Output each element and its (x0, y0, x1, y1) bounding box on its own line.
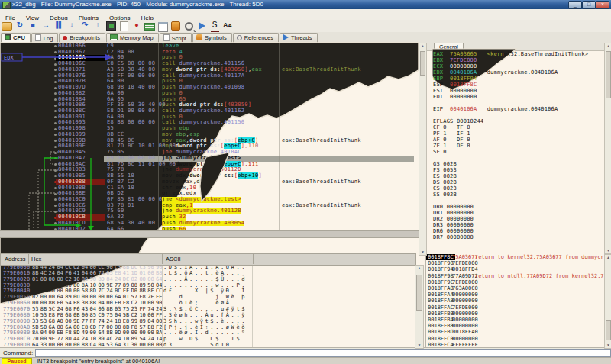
stack-row[interactable]: 0018FFBC0018FFA0 (426, 329, 604, 335)
scrollbar-thumb[interactable] (416, 275, 422, 311)
register-line[interactable]: EDX 0040106A dummycrackme.0040106A (433, 69, 558, 76)
dump-hex-byte: 88 (82, 343, 88, 347)
stack-row[interactable]: 0018FFC000000000 (426, 336, 604, 342)
stack-row[interactable]: 0018FFB000000000 (426, 311, 604, 317)
stack-row[interactable]: 0018FFA800000000 (426, 298, 604, 304)
register-line[interactable]: SF 0 (433, 149, 447, 155)
scroll-up-icon[interactable]: ▲ (605, 43, 611, 49)
register-line[interactable]: ES 002B (433, 173, 457, 179)
register-line[interactable]: DR3 00000000 (433, 222, 474, 228)
tab-label: Breakpoints (70, 34, 100, 41)
register-line[interactable]: EBX 7EFDE000 (433, 57, 477, 63)
stack-row[interactable]: 0018FFA400000000 (426, 292, 604, 298)
register-line[interactable]: CF 0 TF 0 (433, 124, 470, 130)
register-line[interactable]: DR0 00000000 (433, 204, 474, 210)
dump-hex-byte: 31 (123, 343, 129, 347)
register-line[interactable]: DR7 00000000 (433, 234, 474, 240)
stack-row[interactable]: 0018FFC4FFFFFFFF (426, 342, 604, 347)
scrollbar-thumb[interactable] (606, 51, 611, 98)
stack-row[interactable]: 0018FF9C7EFDE000 (426, 279, 604, 285)
scroll-down-icon[interactable]: ▼ (419, 250, 426, 255)
symbols-icon[interactable] (170, 21, 181, 30)
dump-scrollbar[interactable]: ▲ ▼ (415, 265, 424, 349)
register-line[interactable]: EFLAGS 00010244 (433, 118, 483, 124)
tab-label: Log (44, 35, 53, 42)
stack-row[interactable]: 0018FF8C75A03677return to kernel32.75A03… (426, 254, 604, 260)
register-line[interactable]: FS 0053 (433, 167, 457, 173)
font-icon[interactable]: Aᴀ (222, 21, 233, 30)
register-line[interactable]: PF 1 IF 1 (433, 130, 470, 137)
registers-scrollbar[interactable]: ▲ ▼ (604, 43, 611, 254)
register-line[interactable]: SS 002B (433, 192, 457, 198)
references-icon[interactable] (183, 21, 194, 30)
tab-script[interactable]: Script (160, 33, 192, 43)
pause-icon[interactable]: ▌▌ (53, 21, 64, 30)
register-line[interactable]: GS 002B (433, 161, 457, 167)
column-divider[interactable] (158, 43, 159, 230)
disasm-scrollbar[interactable]: ▲ ▼ (419, 43, 427, 256)
register-line[interactable]: EAX 75A03665 <kernel32.BaseThreadInitThu… (433, 51, 588, 57)
scroll-up-icon[interactable]: ▲ (419, 43, 426, 49)
maximize-button[interactable]: □ (582, 1, 596, 9)
scrollbar-thumb[interactable] (606, 320, 611, 340)
open-file-icon[interactable] (2, 21, 12, 30)
scroll-up-icon[interactable]: ▲ (415, 266, 423, 271)
register-line[interactable]: CS 0023 (433, 185, 457, 192)
horizontal-splitter[interactable] (0, 230, 419, 238)
log-icon[interactable] (118, 21, 129, 30)
stack-row[interactable]: 0018FFB400000000 (426, 317, 604, 323)
minimize-button[interactable]: _ (568, 1, 582, 9)
tab-memory-map[interactable]: Memory Map (106, 33, 159, 43)
stack-scrollbar[interactable]: ▲ ▼ (604, 254, 611, 349)
tab-references[interactable]: References (233, 33, 279, 43)
register-line[interactable]: ESP 0018FF8C (433, 82, 477, 88)
tab-general[interactable]: General (434, 43, 464, 50)
patches-icon[interactable] (157, 21, 168, 30)
column-divider[interactable] (105, 43, 105, 230)
shellcode-icon[interactable]: SS (209, 21, 220, 30)
tab-symbols[interactable]: Symbols (192, 33, 232, 43)
dump-hex-byte: 64 (115, 343, 121, 347)
column-divider[interactable] (279, 43, 280, 230)
tab-breakpoints[interactable]: Breakpoints (59, 33, 105, 43)
run-icon[interactable]: → (40, 21, 51, 30)
tab-threads[interactable]: Threads (280, 33, 318, 43)
stack-row[interactable]: 0018FF907EFDE000 (426, 260, 604, 266)
register-line[interactable]: DS 002B (433, 179, 457, 185)
scroll-down-icon[interactable]: ▼ (605, 248, 611, 253)
register-line[interactable]: ESI 00000000 (433, 88, 477, 94)
stack-row[interactable]: 0018FF9877A09D72return to ntdll.77A09D72… (426, 273, 604, 279)
command-input[interactable] (35, 349, 611, 357)
register-line[interactable]: DR1 00000000 (433, 210, 474, 216)
stop-icon[interactable]: ■ (27, 21, 38, 30)
threads-icon[interactable] (196, 21, 207, 30)
tab-log[interactable]: Log (31, 33, 59, 43)
register-line[interactable]: EIP 0040106A dummycrackme.0040106A (433, 106, 558, 112)
restart-icon[interactable]: ↻ (15, 21, 25, 30)
scrollbar-thumb[interactable] (420, 51, 425, 76)
register-line[interactable]: EBP 0018FF94 (433, 76, 477, 82)
close-button[interactable]: × (596, 1, 609, 9)
stack-row[interactable]: 0018FFAC7EFDE000 (426, 304, 604, 311)
register-line[interactable]: DR6 00000000 (433, 228, 474, 234)
memory-map-icon[interactable] (144, 21, 155, 30)
scroll-down-icon[interactable]: ▼ (605, 343, 611, 348)
cpu-icon[interactable] (105, 21, 116, 30)
stack-row[interactable]: 0018FF940018FFD4 (426, 266, 604, 272)
stack-row[interactable]: 0018FFA0763A00C0 (426, 285, 604, 292)
register-line[interactable]: AF 0 DF 0 (433, 137, 470, 143)
register-line[interactable]: ECX 00000000 (433, 63, 477, 69)
scroll-down-icon[interactable]: ▼ (415, 343, 423, 348)
dump-row[interactable]: 779E00D064330000000088C40453643130000000… (2, 343, 412, 347)
step-into-icon[interactable]: ↓ (66, 21, 77, 30)
register-line[interactable]: DR2 00000000 (433, 216, 474, 222)
register-line[interactable]: EDI 00000000 (433, 94, 477, 100)
register-line[interactable]: ZF 1 OF 0 (433, 143, 470, 149)
step-over-icon[interactable]: ↷ (79, 21, 90, 30)
execute-till-return-icon[interactable]: ↑ (92, 21, 103, 30)
scroll-up-icon[interactable]: ▲ (605, 255, 611, 260)
title-bar[interactable]: x32_dbg - File: DummyCrackme.exe - PID: … (0, 0, 611, 9)
register-token: FS 0053 (433, 167, 457, 173)
breakpoint-icon[interactable]: ● (131, 21, 142, 30)
stack-row[interactable]: 0018FFB800000000 (426, 323, 604, 329)
